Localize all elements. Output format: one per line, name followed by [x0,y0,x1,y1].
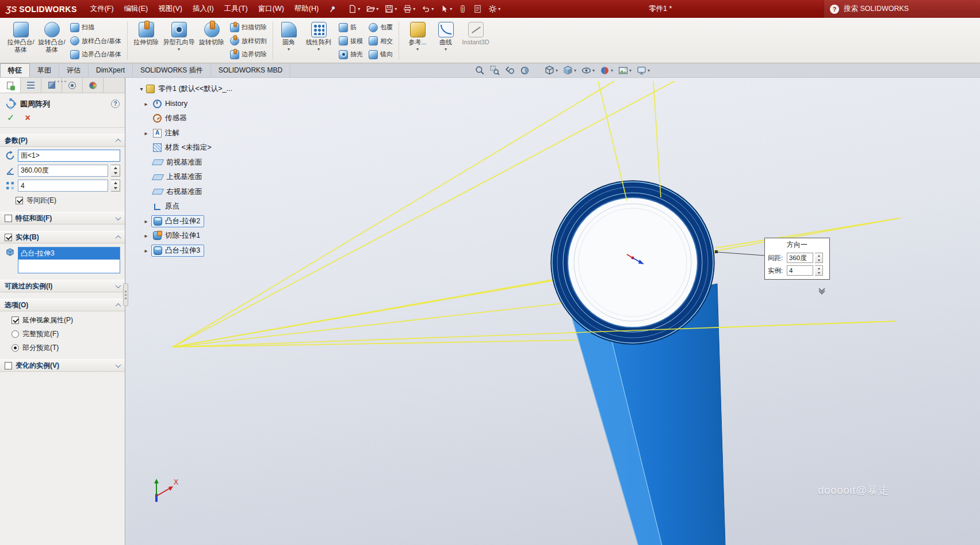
section-instances-to-skip[interactable]: 可跳过的实例(I) [0,280,125,292]
varied-instances-checkbox[interactable] [5,362,12,369]
dropdown-caret-icon[interactable]: ▾ [358,6,360,12]
graphics-viewport[interactable] [126,78,980,545]
tree-item-boss-extrude3[interactable]: ▸ 凸台-拉伸3 [138,243,232,258]
boundary-cut-button[interactable]: 边界切除 [228,48,269,61]
draft-button[interactable]: 拔模 [337,35,365,47]
dropdown-caret-icon[interactable]: ▾ [413,6,415,12]
view-orientation-button[interactable]: ▾ [545,66,558,75]
spinner-up-icon[interactable] [815,253,822,258]
save-button[interactable]: ▾ [382,2,399,16]
spinner-down-icon[interactable] [111,186,120,192]
section-bodies[interactable]: 实体(B) [0,231,125,243]
edit-appearance-button[interactable]: ▾ [600,66,613,75]
rebuild-button[interactable] [456,2,469,16]
previous-view-button[interactable] [505,66,515,75]
hide-show-items-button[interactable]: ▾ [581,66,595,75]
tab-configurations[interactable] [41,78,62,93]
dropdown-caret-icon[interactable]: ▾ [431,6,434,12]
tree-item-cut-extrude1[interactable]: ▸ 切除-拉伸1 [138,228,232,243]
cancel-button[interactable]: × [25,113,30,123]
direction1-callout[interactable]: 方向一 间距: 360度 实例: 4 [764,238,830,280]
spinner-up-icon[interactable] [815,266,822,270]
tab-addins[interactable]: SOLIDWORKS 插件 [133,63,211,77]
angle-spinner[interactable] [111,165,120,177]
bodies-selection-list[interactable]: 凸台-拉伸3 [18,247,120,273]
partial-preview-radio[interactable] [12,344,19,352]
tree-item-material[interactable]: 材质 <未指定> [138,140,232,155]
rib-button[interactable]: 筋 [337,21,365,34]
dropdown-caret-icon[interactable]: ▾ [450,6,452,12]
apply-scene-button[interactable]: ▾ [618,66,631,75]
tree-expand-icon[interactable]: ▸ [143,247,150,254]
part-hub-ring[interactable] [551,181,714,344]
spacing-input[interactable]: 360度 [787,253,813,263]
tree-item-top-plane[interactable]: 上视基准面 [138,170,232,185]
dropdown-caret-icon[interactable]: ▾ [611,68,613,73]
curves-button[interactable]: 曲线 ▾ [433,20,458,62]
intersect-button[interactable]: 相交 [367,35,395,47]
menu-tools[interactable]: 工具(T) [219,0,253,18]
select-button[interactable]: ▾ [438,2,454,16]
callout-collapse-chevron-icon[interactable] [820,289,824,294]
tree-item-origin[interactable]: 原点 [138,199,232,214]
shell-button[interactable]: 抽壳 [337,48,365,61]
tree-item-history[interactable]: ▸ History [138,97,232,112]
ok-button[interactable]: ✓ [7,113,14,123]
dropdown-caret-icon[interactable]: ▾ [556,68,558,73]
open-button[interactable]: ▾ [364,2,381,16]
instant3d-button[interactable]: Instant3D [458,20,493,62]
section-features-faces[interactable]: 特征和面(F) [0,212,125,224]
instance-count-input[interactable]: 4 [18,180,108,192]
tree-expand-icon[interactable]: ▸ [143,130,150,136]
highlighted-tree-item[interactable]: 凸台-拉伸2 [151,215,204,227]
highlighted-tree-item[interactable]: 凸台-拉伸3 [151,245,204,257]
dropdown-caret-icon[interactable]: ▾ [498,6,500,12]
instances-spinner[interactable] [815,265,823,276]
angle-input[interactable]: 360.00度 [18,165,108,177]
menu-window[interactable]: 窗口(W) [253,0,289,18]
lofted-boss-button[interactable]: 放样凸台/基体 [68,35,123,47]
section-varied-instances[interactable]: 变化的实例(V) [0,359,125,372]
revolved-boss-button[interactable]: 旋转凸台/基体 [36,20,67,62]
propagate-visual-checkbox[interactable] [12,317,19,324]
spinner-down-icon[interactable] [815,270,822,275]
panel-splitter-grip[interactable] [54,81,66,82]
options-button[interactable]: ▾ [486,2,503,16]
tab-mbd[interactable]: SOLIDWORKS MBD [211,63,290,77]
view-settings-button[interactable]: ▾ [637,66,650,75]
menu-view[interactable]: 视图(V) [153,0,187,18]
help-icon[interactable]: ? [830,5,839,14]
tab-features[interactable]: 特征 [0,63,30,77]
search-box[interactable]: ? 搜索 SOLIDWORKS [824,0,980,18]
dropdown-caret-icon[interactable]: ▾ [574,68,576,73]
tree-item-sensors[interactable]: 传感器 [138,111,232,126]
dropdown-caret-icon[interactable]: ▾ [317,47,320,52]
menu-edit[interactable]: 编辑(E) [119,0,154,18]
dropdown-caret-icon[interactable]: ▾ [416,47,419,52]
panel-vertical-grip[interactable] [123,283,128,306]
tab-property-manager[interactable] [0,78,21,93]
tab-dimxpert[interactable]: DimXpert [89,63,133,77]
extruded-boss-button[interactable]: 拉伸凸台/基体 [5,20,36,62]
tab-dimxpert-manager[interactable] [62,78,83,93]
tab-sketch[interactable]: 草图 [30,63,59,77]
section-view-button[interactable] [520,66,530,75]
dropdown-caret-icon[interactable]: ▾ [288,47,290,52]
print-button[interactable]: ▾ [401,2,418,16]
tree-expand-icon[interactable]: ▸ [143,101,150,107]
extruded-cut-button[interactable]: 拉伸切除 [131,20,162,62]
linear-pattern-button[interactable]: 线性阵列 ▾ [301,20,336,62]
menu-pin-icon[interactable] [328,5,336,13]
hole-wizard-button[interactable]: 异型孔向导 ▾ [162,20,196,62]
pattern-axis-input[interactable]: 面<1> [18,150,120,162]
instance-count-spinner[interactable] [111,180,120,192]
tree-expand-icon[interactable]: ▾ [138,86,145,92]
spinner-down-icon[interactable] [815,258,822,262]
section-options[interactable]: 选项(O) [0,299,125,311]
feature-tree-root[interactable]: ▾ 零件1 (默认<<默认>_... [138,82,232,97]
dropdown-caret-icon[interactable]: ▾ [376,6,378,12]
search-input[interactable]: 搜索 SOLIDWORKS [844,4,909,14]
tab-design-tree[interactable] [21,78,41,93]
full-preview-radio[interactable] [12,330,19,338]
bodies-checkbox[interactable] [5,234,12,241]
